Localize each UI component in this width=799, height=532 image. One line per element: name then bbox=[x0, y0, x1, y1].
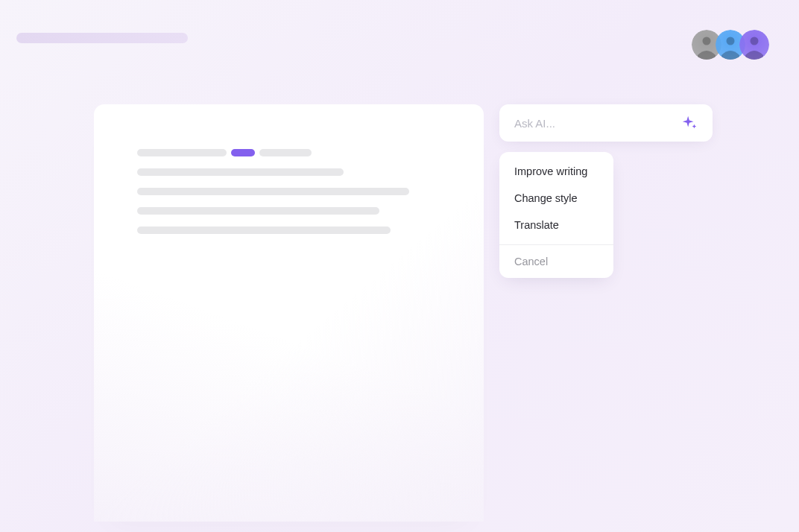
ask-ai-input[interactable] bbox=[514, 117, 681, 130]
text-placeholder bbox=[137, 207, 379, 215]
document-line bbox=[137, 227, 440, 234]
document-line bbox=[137, 149, 440, 156]
document-line bbox=[137, 168, 440, 176]
highlighted-text-placeholder bbox=[231, 149, 255, 156]
text-placeholder bbox=[137, 149, 227, 156]
svg-point-5 bbox=[751, 37, 759, 45]
svg-point-3 bbox=[727, 37, 735, 45]
text-placeholder bbox=[137, 227, 391, 234]
ask-ai-panel[interactable] bbox=[499, 104, 713, 142]
brand-placeholder bbox=[16, 33, 188, 43]
avatar[interactable] bbox=[739, 30, 769, 60]
sparkle-icon bbox=[681, 115, 698, 131]
ai-actions-menu: Improve writingChange styleTranslate Can… bbox=[499, 152, 613, 278]
document-card bbox=[94, 104, 484, 522]
menu-item-improve-writing[interactable]: Improve writing bbox=[499, 152, 613, 185]
menu-item-translate[interactable]: Translate bbox=[499, 212, 613, 244]
avatar-stack bbox=[698, 30, 769, 60]
menu-item-change-style[interactable]: Change style bbox=[499, 185, 613, 212]
text-placeholder bbox=[137, 168, 344, 176]
document-line bbox=[137, 207, 440, 215]
document-content bbox=[137, 149, 440, 234]
cancel-button[interactable]: Cancel bbox=[499, 245, 613, 278]
svg-point-1 bbox=[703, 37, 711, 45]
text-placeholder bbox=[259, 149, 312, 156]
document-line bbox=[137, 188, 440, 195]
text-placeholder bbox=[137, 188, 409, 195]
